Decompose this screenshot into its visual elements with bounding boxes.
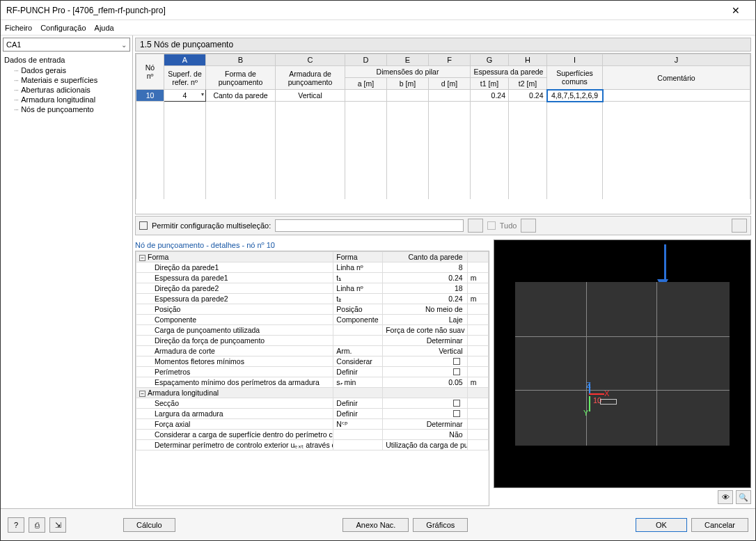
checkbox[interactable] bbox=[453, 358, 460, 365]
help-icon[interactable]: ? bbox=[8, 517, 24, 533]
checkbox[interactable] bbox=[453, 368, 460, 375]
multisel-checkbox[interactable] bbox=[139, 221, 148, 230]
cell-superficies-comuns[interactable]: 4,8,7,5,1,2,6,9 bbox=[547, 90, 603, 102]
nav-tree: Dados de entrada Dados gerais Materiais … bbox=[3, 53, 130, 116]
preview-canvas[interactable]: Z X Y 10 bbox=[494, 240, 751, 488]
tree-item-aberturas[interactable]: Aberturas adicionais bbox=[4, 85, 129, 95]
table-row[interactable]: 10 4 Canto da parede Vertical 0.24 0.24 … bbox=[136, 90, 750, 102]
axis-x: X bbox=[604, 389, 609, 398]
detail-row[interactable]: Momentos fletores mínimosConsiderar bbox=[136, 356, 489, 367]
calc-button[interactable]: Cálculo bbox=[123, 518, 175, 532]
detail-row[interactable]: Determinar perímetro de controlo exterio… bbox=[136, 440, 489, 450]
multiselect-bar: Permitir configuração multiseleção: Tudo bbox=[135, 216, 751, 235]
axis-y: Y bbox=[583, 409, 588, 417]
checkbox[interactable] bbox=[453, 400, 460, 407]
menubar: Ficheiro Configuração Ajuda bbox=[1, 20, 755, 36]
detail-row[interactable]: ComponenteComponenteLaje bbox=[136, 315, 489, 325]
multisel-extra-icon[interactable] bbox=[732, 219, 747, 233]
eye-icon[interactable]: 👁 bbox=[718, 490, 733, 504]
sidebar: CA1 Dados de entrada Dados gerais Materi… bbox=[1, 36, 133, 508]
detail-row[interactable]: −FormaFormaCanto da parede bbox=[136, 252, 489, 262]
detail-row[interactable]: Direção da parede1Linha nº8 bbox=[136, 262, 489, 273]
titlebar: RF-PUNCH Pro - [4706_rfem-rf-punch-pro] … bbox=[1, 1, 755, 20]
window-title: RF-PUNCH Pro - [4706_rfem-rf-punch-pro] bbox=[6, 6, 722, 15]
detail-row[interactable]: Armadura de corteArm.Vertical bbox=[136, 346, 489, 356]
preview-panel: Z X Y 10 👁 🔍 bbox=[494, 240, 751, 506]
tudo-checkbox[interactable] bbox=[487, 221, 496, 230]
cell-t1[interactable]: 0.24 bbox=[471, 90, 509, 102]
tree-root[interactable]: Dados de entrada bbox=[4, 54, 129, 65]
main-grid[interactable]: Nó nº A B C D E F G H I J Superf. de ref… bbox=[135, 53, 751, 214]
menu-config[interactable]: Configuração bbox=[40, 24, 86, 32]
details-panel: Nó de punçoamento - detalhes - nó nº 10 … bbox=[135, 240, 489, 506]
detail-row[interactable]: Espessura da parede2t₂0.24m bbox=[136, 294, 489, 304]
tree-item-materiais[interactable]: Materiais e superfícies bbox=[4, 75, 129, 85]
cell-armadura[interactable]: Vertical bbox=[276, 90, 345, 102]
zoom-icon[interactable]: 🔍 bbox=[736, 490, 751, 504]
detail-row[interactable]: Carga de punçoamento utilizadaForça de c… bbox=[136, 325, 489, 336]
cell-superf[interactable]: 4 bbox=[164, 90, 206, 102]
detail-row[interactable]: Direção da força de punçoamentoDetermina… bbox=[136, 336, 489, 346]
footer: ? ⎙ ⇲ Cálculo Anexo Nac. Gráficos OK Can… bbox=[1, 508, 755, 540]
cell-t2[interactable]: 0.24 bbox=[509, 90, 547, 102]
detail-row[interactable]: Espessura da parede1t₁0.24m bbox=[136, 273, 489, 283]
annex-button[interactable]: Anexo Nac. bbox=[342, 518, 409, 532]
detail-row[interactable]: Direção da parede2Linha nº18 bbox=[136, 283, 489, 294]
detail-row[interactable]: Espaçamento mínimo dos perímetros da arm… bbox=[136, 377, 489, 388]
menu-file[interactable]: Ficheiro bbox=[5, 24, 32, 32]
detail-row[interactable]: Largura da armaduraDefinir bbox=[136, 409, 489, 419]
multisel-field[interactable] bbox=[275, 219, 464, 232]
cancel-button[interactable]: Cancelar bbox=[691, 518, 748, 532]
detail-row[interactable]: PosiçãoPosiçãoNo meio de bbox=[136, 304, 489, 315]
detail-row[interactable]: −Armadura longitudinal bbox=[136, 388, 489, 398]
cell-comentario[interactable] bbox=[603, 90, 750, 102]
multisel-label: Permitir configuração multiseleção: bbox=[152, 221, 271, 230]
ok-button[interactable]: OK bbox=[636, 518, 687, 532]
case-select[interactable]: CA1 bbox=[3, 38, 130, 52]
row-number: 10 bbox=[136, 90, 164, 102]
cell-d[interactable] bbox=[429, 90, 471, 102]
import-icon[interactable]: ⇲ bbox=[49, 517, 66, 533]
menu-help[interactable]: Ajuda bbox=[95, 24, 114, 32]
tree-item-dados-gerais[interactable]: Dados gerais bbox=[4, 65, 129, 75]
graphs-button[interactable]: Gráficos bbox=[413, 518, 468, 532]
close-icon[interactable]: ✕ bbox=[722, 5, 750, 16]
section-title: 1.5 Nós de punçoamento bbox=[135, 38, 751, 52]
details-title: Nó de punçoamento - detalhes - nó nº 10 bbox=[135, 240, 489, 251]
axis-z: Z bbox=[586, 381, 591, 389]
tree-item-armadura-long[interactable]: Armadura longitudinal bbox=[4, 95, 129, 104]
detail-row[interactable]: Considerar a carga de superfície dentro … bbox=[136, 430, 489, 440]
checkbox[interactable] bbox=[453, 410, 460, 417]
cell-a[interactable] bbox=[345, 90, 387, 102]
details-table[interactable]: −FormaFormaCanto da paredeDireção da par… bbox=[135, 251, 489, 506]
multisel-pick-icon[interactable] bbox=[468, 219, 483, 233]
export-icon[interactable]: ⎙ bbox=[29, 517, 45, 533]
detail-row[interactable]: SecçãoDefinir bbox=[136, 398, 489, 409]
detail-row[interactable]: Força axialNᶜᵖDeterminar bbox=[136, 419, 489, 430]
detail-row[interactable]: PerímetrosDefinir bbox=[136, 367, 489, 377]
cell-b[interactable] bbox=[387, 90, 429, 102]
cell-forma[interactable]: Canto da parede bbox=[206, 90, 276, 102]
tudo-label: Tudo bbox=[500, 221, 517, 230]
tree-item-nos-punc[interactable]: Nós de punçoamento bbox=[4, 104, 129, 114]
col-no: Nó nº bbox=[136, 54, 164, 90]
multisel-apply-icon[interactable] bbox=[521, 219, 536, 233]
